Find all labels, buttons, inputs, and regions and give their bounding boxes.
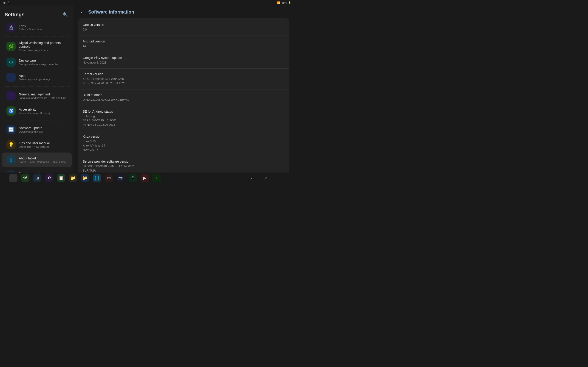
- status-time: 48: [3, 1, 6, 4]
- sidebar-item-digital-wellbeing[interactable]: 🌿 Digital Wellbeing and parental control…: [2, 38, 72, 54]
- general-management-title: General management: [19, 92, 67, 96]
- accessibility-text: Accessibility Vision • Hearing • Dexteri…: [19, 108, 67, 115]
- nav-home-button[interactable]: ○: [263, 174, 270, 182]
- app-files2-button[interactable]: 📂: [81, 174, 89, 182]
- general-management-text: General management Language and keyboard…: [19, 92, 67, 99]
- nav-system-icons: ‹ ○ |||: [248, 174, 285, 182]
- panel-header: ‹ Software information: [73, 6, 294, 18]
- apps-text: Apps Default apps • App settings: [19, 74, 67, 81]
- knox-version-value: Knox 3.10 Knox API level 37 HDM 2.0 - 7: [83, 139, 285, 152]
- app-multiwindow-button[interactable]: ⊞: [33, 174, 41, 182]
- device-care-subtitle: Storage • Memory • App protection: [19, 63, 67, 66]
- nav-back-button[interactable]: ‹: [248, 174, 255, 182]
- software-update-title: Software update: [19, 126, 67, 130]
- knox-version-row[interactable]: Knox version Knox 3.10 Knox API level 37…: [78, 131, 289, 156]
- service-provider-version-row[interactable]: Service provider software version SAOMC_…: [78, 156, 289, 173]
- build-number-title: Build number: [83, 93, 285, 97]
- accessibility-subtitle: Vision • Hearing • Dexterity: [19, 112, 67, 115]
- sidebar: Settings 🔍 🔬 Labs S Pen • Side button 🌿 …: [0, 6, 73, 173]
- google-play-update-title: Google Play system update: [83, 56, 285, 60]
- app-files-button[interactable]: 📁: [69, 174, 77, 182]
- sidebar-item-apps[interactable]: ⋯ Apps Default apps • App settings: [2, 70, 72, 85]
- about-tablet-text: About tablet Status • Legal information …: [19, 156, 67, 163]
- accessibility-icon: ♿: [6, 106, 16, 116]
- sidebar-item-labs[interactable]: 🔬 Labs S Pen • Side button: [2, 22, 72, 34]
- build-number-row[interactable]: Build number UP1A.231005.007.X610XXU1BWK…: [78, 90, 289, 106]
- sidebar-item-device-care[interactable]: ⚙ Device care Storage • Memory • App pro…: [2, 55, 72, 69]
- app-browser-button[interactable]: 🌐: [93, 174, 101, 182]
- battery-icon: 🔋: [288, 1, 291, 4]
- apps-icon: ⋯: [6, 73, 16, 82]
- app-whatsapp-button[interactable]: 📱: [129, 174, 137, 182]
- app-spotify-button[interactable]: ♪: [153, 174, 161, 182]
- kernel-version-row[interactable]: Kernel version 5.15.104-android13-3-2794…: [78, 69, 289, 90]
- kernel-version-title: Kernel version: [83, 72, 285, 76]
- knox-version-title: Knox version: [83, 135, 285, 138]
- about-tablet-title: About tablet: [19, 156, 67, 160]
- sidebar-item-general-management[interactable]: ☰ General management Language and keyboa…: [2, 89, 72, 103]
- sidebar-item-software-update[interactable]: 🔄 Software update Download and install: [2, 122, 72, 137]
- digital-wellbeing-subtitle: Screen time • App timers: [19, 49, 67, 52]
- software-update-icon: 🔄: [6, 125, 16, 134]
- app-flower-button[interactable]: ✿: [45, 174, 53, 182]
- nav-bar-apps: ⋯ 🗺 ⊞ ✿ 📋 📁 📂 🌐 ✉ 📷 📱 ▶ ♪: [9, 174, 161, 182]
- one-ui-version-row[interactable]: One UI version 6.0: [78, 19, 289, 36]
- app-maps-button[interactable]: 🗺: [21, 174, 29, 182]
- digital-wellbeing-icon: 🌿: [6, 42, 16, 51]
- status-bar-right: 📶 48% 🔋: [277, 1, 291, 4]
- android-version-value: 14: [83, 44, 285, 48]
- service-provider-version-value: SAOMC_SM-X610_OJM_TUR_14_0001 TUR/TUR/: [83, 164, 285, 173]
- one-ui-version-value: 6.0: [83, 27, 285, 32]
- software-update-text: Software update Download and install: [19, 126, 67, 133]
- general-management-icon: ☰: [6, 91, 16, 100]
- android-version-title: Android version: [83, 40, 285, 43]
- wifi-icon: 📶: [277, 1, 280, 4]
- app-notes-button[interactable]: 📋: [57, 174, 65, 182]
- app-camera-button[interactable]: 📷: [117, 174, 125, 182]
- software-info-card: One UI version 6.0 Android version 14 Go…: [78, 18, 289, 173]
- sidebar-item-about-tablet[interactable]: ℹ About tablet Status • Legal informatio…: [2, 152, 72, 167]
- back-button[interactable]: ‹: [78, 8, 86, 16]
- device-care-icon: ⚙: [6, 58, 16, 67]
- one-ui-version-title: One UI version: [83, 23, 285, 27]
- nav-recents-button[interactable]: |||: [277, 174, 285, 182]
- apps-title: Apps: [19, 74, 67, 77]
- device-care-title: Device care: [19, 59, 67, 62]
- se-android-status-value: Enforcing SEPF_SM-X610_13_0001 Fri Nov 2…: [83, 114, 285, 127]
- divider-top: [4, 36, 70, 36]
- build-number-value: UP1A.231005.007.X610XXU1BWK9: [83, 98, 285, 102]
- app-youtube-button[interactable]: ▶: [141, 174, 149, 182]
- right-panel: ‹ Software information One UI version 6.…: [73, 6, 294, 173]
- labs-title: Labs: [19, 24, 42, 28]
- sidebar-header: Settings 🔍: [0, 7, 73, 21]
- tips-subtitle: Useful tips • New features: [19, 145, 67, 148]
- about-tablet-icon: ℹ: [6, 155, 16, 165]
- sidebar-item-developer-options[interactable]: { } Developer options Developer options: [2, 168, 72, 173]
- labs-subtitle: S Pen • Side button: [19, 28, 42, 31]
- sidebar-item-tips[interactable]: 💡 Tips and user manual Useful tips • New…: [2, 137, 72, 152]
- battery-level: 48%: [282, 1, 287, 4]
- app-launcher-button[interactable]: ⋯: [9, 174, 17, 182]
- google-play-update-value: November 1, 2023: [83, 60, 285, 65]
- kernel-version-value: 5.15.104-android13-3-27940245 #1 Fri Nov…: [83, 77, 285, 85]
- labs-text: Labs S Pen • Side button: [19, 24, 42, 31]
- nav-bar: ⋯ 🗺 ⊞ ✿ 📋 📁 📂 🌐 ✉ 📷 📱 ▶ ♪ ‹ ○ |||: [0, 173, 294, 184]
- whatsapp-notification-icon: 📱: [7, 1, 10, 4]
- tips-title: Tips and user manual: [19, 141, 67, 145]
- general-management-subtitle: Language and keyboard • Date and time: [19, 97, 67, 99]
- divider-3: [4, 120, 70, 120]
- app-email-button[interactable]: ✉: [105, 174, 113, 182]
- android-version-row[interactable]: Android version 14: [78, 36, 289, 52]
- software-update-subtitle: Download and install: [19, 130, 67, 133]
- se-android-status-row[interactable]: SE for Android status Enforcing SEPF_SM-…: [78, 106, 289, 131]
- apps-subtitle: Default apps • App settings: [19, 78, 67, 81]
- search-button[interactable]: 🔍: [61, 11, 69, 18]
- sidebar-item-accessibility[interactable]: ♿ Accessibility Vision • Hearing • Dexte…: [2, 104, 72, 118]
- status-bar: 48 📱 📶 48% 🔋: [0, 0, 294, 6]
- status-bar-left: 48 📱: [3, 1, 10, 4]
- service-provider-version-title: Service provider software version: [83, 160, 285, 163]
- main-layout: Settings 🔍 🔬 Labs S Pen • Side button 🌿 …: [0, 6, 294, 173]
- developer-options-icon: { }: [6, 170, 16, 173]
- google-play-update-row[interactable]: Google Play system update November 1, 20…: [78, 52, 289, 69]
- tips-icon: 💡: [6, 140, 16, 149]
